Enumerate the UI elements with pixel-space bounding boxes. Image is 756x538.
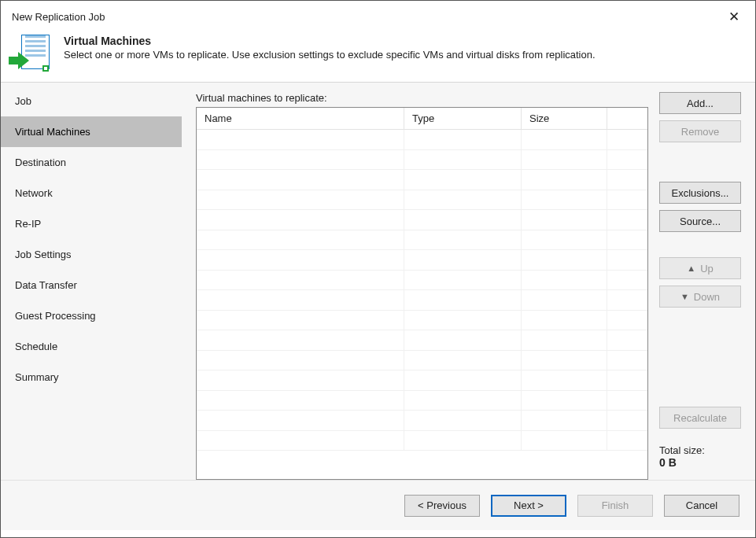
total-size-value: 0 B <box>659 456 741 469</box>
table-row[interactable] <box>197 330 647 351</box>
table-row[interactable] <box>197 170 647 190</box>
total-size-label: Total size: <box>659 444 741 456</box>
sidebar-item-guest-processing[interactable]: Guest Processing <box>1 300 182 331</box>
close-icon[interactable]: ✕ <box>724 9 744 25</box>
down-button: ▼ Down <box>659 286 741 308</box>
down-button-label: Down <box>694 291 720 303</box>
table-row[interactable] <box>197 290 647 311</box>
finish-button: Finish <box>577 495 653 517</box>
table-row[interactable] <box>197 210 647 230</box>
recalculate-button: Recalculate <box>659 407 741 429</box>
sidebar-item-network[interactable]: Network <box>1 178 182 208</box>
vm-table[interactable]: Name Type Size <box>196 107 648 480</box>
arrow-up-icon: ▲ <box>687 264 695 273</box>
up-button: ▲ Up <box>659 257 741 279</box>
table-row[interactable] <box>197 149 647 170</box>
table-row[interactable] <box>197 310 647 330</box>
source-button[interactable]: Source... <box>659 210 741 232</box>
previous-button[interactable]: < Previous <box>404 495 480 517</box>
sidebar-item-job-settings[interactable]: Job Settings <box>1 239 182 270</box>
arrow-down-icon: ▼ <box>680 293 689 301</box>
exclusions-button[interactable]: Exclusions... <box>659 182 741 204</box>
sidebar-item-virtual-machines[interactable]: Virtual Machines <box>1 116 182 147</box>
page-title: Virtual Machines <box>64 35 596 47</box>
column-header-size[interactable]: Size <box>522 108 607 130</box>
column-header-type[interactable]: Type <box>404 108 522 130</box>
sidebar-item-re-ip[interactable]: Re-IP <box>1 208 182 239</box>
cancel-button[interactable]: Cancel <box>664 495 739 517</box>
window-title: New Replication Job <box>12 11 105 23</box>
column-header-spacer <box>607 108 647 130</box>
column-header-name[interactable]: Name <box>197 108 404 130</box>
table-row[interactable] <box>197 270 647 290</box>
next-button[interactable]: Next > <box>491 495 566 517</box>
vm-list-label: Virtual machines to replicate: <box>196 92 648 104</box>
table-row[interactable] <box>197 430 647 451</box>
page-description: Select one or more VMs to replicate. Use… <box>64 49 596 61</box>
remove-button: Remove <box>659 120 741 142</box>
sidebar-item-destination[interactable]: Destination <box>1 147 182 178</box>
wizard-step-icon <box>12 35 50 72</box>
sidebar-item-job[interactable]: Job <box>1 86 182 116</box>
sidebar-item-summary[interactable]: Summary <box>1 362 182 392</box>
sidebar-item-data-transfer[interactable]: Data Transfer <box>1 270 182 300</box>
table-row[interactable] <box>197 250 647 271</box>
table-row[interactable] <box>197 390 647 411</box>
up-button-label: Up <box>700 263 714 275</box>
table-row[interactable] <box>197 190 647 210</box>
table-row[interactable] <box>197 130 647 150</box>
table-row[interactable] <box>197 350 647 370</box>
table-row[interactable] <box>197 411 647 431</box>
add-button[interactable]: Add... <box>659 92 741 114</box>
table-row[interactable] <box>197 370 647 391</box>
table-row[interactable] <box>197 230 647 250</box>
wizard-steps-sidebar: Job Virtual Machines Destination Network… <box>1 83 182 480</box>
sidebar-item-schedule[interactable]: Schedule <box>1 331 182 362</box>
